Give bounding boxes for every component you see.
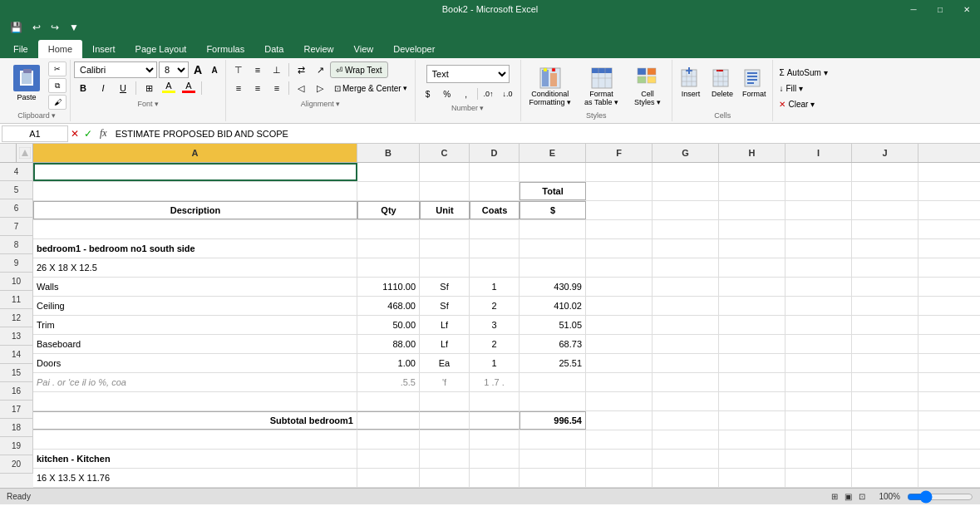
cell-d17[interactable]: [470, 411, 520, 430]
undo-quick-button[interactable]: ↩: [29, 20, 44, 35]
cell-a20[interactable]: 16 X 13.5 X 11.76: [33, 469, 357, 487]
cell-i20[interactable]: [785, 469, 852, 487]
cell-j18[interactable]: [852, 430, 918, 449]
cell-b15[interactable]: .5.5: [357, 373, 420, 391]
cell-h16[interactable]: [719, 392, 785, 410]
cell-d19[interactable]: [470, 450, 520, 468]
cell-e12[interactable]: 51.05: [520, 316, 586, 334]
align-middle-button[interactable]: ≡: [249, 61, 267, 78]
cell-j4[interactable]: [852, 163, 918, 181]
text-orientation-button[interactable]: ↗: [311, 61, 329, 78]
cell-e9[interactable]: [520, 258, 586, 277]
cell-g12[interactable]: [653, 316, 719, 334]
cell-a15[interactable]: Pai . or 'ce il io %, coa: [33, 373, 357, 391]
cell-d4[interactable]: [470, 163, 520, 181]
cell-g17[interactable]: [653, 411, 719, 430]
cell-h12[interactable]: [719, 316, 785, 334]
tab-home[interactable]: Home: [38, 40, 82, 58]
cell-e13[interactable]: 68.73: [520, 335, 586, 353]
merge-center-button[interactable]: ⊡ Merge & Center ▾: [330, 80, 411, 96]
cell-g11[interactable]: [653, 297, 719, 315]
cell-b7[interactable]: [357, 220, 420, 238]
cell-h18[interactable]: [719, 430, 785, 449]
cell-h11[interactable]: [719, 297, 785, 315]
wrap-text-button[interactable]: ⏎ Wrap Text: [330, 61, 388, 78]
cell-b12[interactable]: 50.00: [357, 316, 420, 334]
cell-h9[interactable]: [719, 258, 785, 277]
cell-i11[interactable]: [785, 297, 852, 315]
number-format-select[interactable]: Text General Number Currency Accounting …: [426, 65, 510, 83]
cell-c7[interactable]: [420, 220, 470, 238]
cell-a18[interactable]: [33, 430, 357, 449]
col-header-c[interactable]: C: [420, 144, 470, 162]
formula-input[interactable]: [112, 125, 978, 142]
cell-h19[interactable]: [719, 450, 785, 468]
cell-h4[interactable]: [719, 163, 785, 181]
cell-e20[interactable]: [520, 469, 586, 487]
cell-f17[interactable]: [586, 411, 653, 430]
confirm-formula-button[interactable]: ✓: [81, 128, 95, 140]
cell-f7[interactable]: [586, 220, 653, 238]
cell-c4[interactable]: [420, 163, 470, 181]
cell-j15[interactable]: [852, 373, 918, 391]
cell-c5[interactable]: [420, 182, 470, 200]
cell-i10[interactable]: [785, 278, 852, 296]
underline-button[interactable]: U: [114, 80, 132, 96]
border-button[interactable]: ⊞: [140, 80, 158, 96]
cell-c11[interactable]: Sf: [420, 297, 470, 315]
tab-data[interactable]: Data: [254, 40, 293, 58]
cell-i8[interactable]: [785, 239, 852, 258]
cell-g18[interactable]: [653, 430, 719, 449]
maximize-button[interactable]: □: [927, 0, 953, 18]
tab-developer[interactable]: Developer: [383, 40, 445, 58]
select-all-icon[interactable]: [19, 147, 31, 159]
cut-button[interactable]: ✂: [48, 61, 66, 76]
cell-e11[interactable]: 410.02: [520, 297, 586, 315]
clipboard-expand-icon[interactable]: ▾: [52, 111, 56, 120]
cell-f12[interactable]: [586, 316, 653, 334]
cell-e19[interactable]: [520, 450, 586, 468]
cell-c13[interactable]: Lf: [420, 335, 470, 353]
cell-d7[interactable]: [470, 220, 520, 238]
cell-h14[interactable]: [719, 354, 785, 372]
cell-c20[interactable]: [420, 469, 470, 487]
cell-i7[interactable]: [785, 220, 852, 238]
fill-color-button[interactable]: A: [160, 80, 178, 96]
cell-d9[interactable]: [470, 258, 520, 277]
col-header-e[interactable]: E: [520, 144, 586, 162]
cell-f6[interactable]: [586, 201, 653, 219]
cell-j16[interactable]: [852, 392, 918, 410]
quick-access-dropdown[interactable]: ▼: [66, 20, 82, 35]
cell-f9[interactable]: [586, 258, 653, 277]
view-normal-icon[interactable]: ⊞: [831, 492, 838, 501]
cell-e15[interactable]: [520, 373, 586, 391]
cell-g7[interactable]: [653, 220, 719, 238]
clear-button[interactable]: ✕ Clear ▾: [776, 96, 830, 111]
cell-i17[interactable]: [785, 411, 852, 430]
cell-d20[interactable]: [470, 469, 520, 487]
paste-button[interactable]: Paste: [7, 61, 47, 110]
tab-review[interactable]: Review: [293, 40, 343, 58]
cell-c10[interactable]: Sf: [420, 278, 470, 296]
cell-j13[interactable]: [852, 335, 918, 353]
cell-j17[interactable]: [852, 411, 918, 430]
cell-g8[interactable]: [653, 239, 719, 258]
cell-a19[interactable]: kitchen - Kitchen: [33, 450, 357, 468]
cell-b17[interactable]: [357, 411, 420, 430]
cell-c8[interactable]: [420, 239, 470, 258]
cell-i15[interactable]: [785, 373, 852, 391]
view-page-break-icon[interactable]: ⊡: [859, 492, 865, 501]
cell-d15[interactable]: 1 .7 .: [470, 373, 520, 391]
col-header-j[interactable]: J: [852, 144, 918, 162]
cell-i19[interactable]: [785, 450, 852, 468]
cell-g13[interactable]: [653, 335, 719, 353]
cell-i4[interactable]: [785, 163, 852, 181]
cell-c6[interactable]: Unit: [420, 201, 470, 219]
insert-button[interactable]: Insert: [676, 65, 706, 100]
cell-g15[interactable]: [653, 373, 719, 391]
cell-g14[interactable]: [653, 354, 719, 372]
comma-button[interactable]: ,: [457, 86, 475, 102]
font-size-select[interactable]: 8 9 10 11 12: [159, 61, 189, 78]
cell-b18[interactable]: [357, 430, 420, 449]
cell-e18[interactable]: [520, 430, 586, 449]
